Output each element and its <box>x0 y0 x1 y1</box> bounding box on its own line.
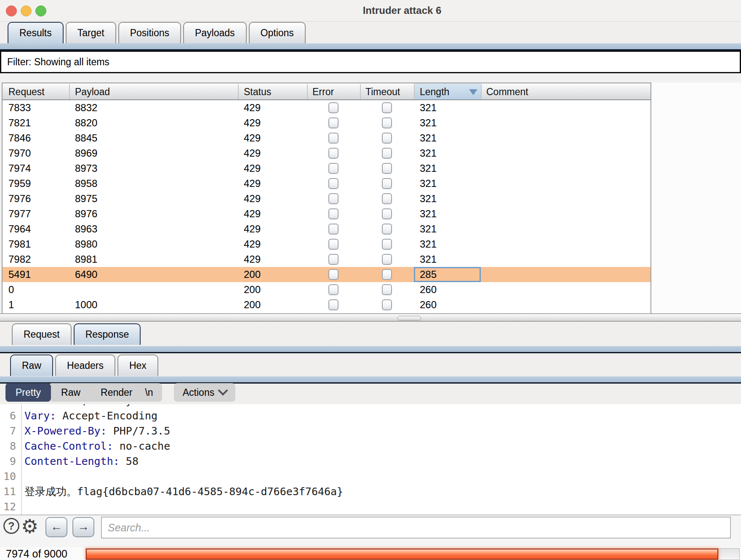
cell-length[interactable]: 321 <box>420 221 437 237</box>
error-checkbox[interactable] <box>328 163 339 174</box>
timeout-checkbox[interactable] <box>382 239 392 250</box>
timeout-checkbox[interactable] <box>382 284 392 295</box>
tab-options[interactable]: Options <box>249 22 306 43</box>
error-checkbox[interactable] <box>328 133 339 144</box>
cell-status[interactable]: 429 <box>244 115 261 131</box>
error-checkbox[interactable] <box>328 117 339 128</box>
timeout-checkbox[interactable] <box>382 178 392 189</box>
filter-bar[interactable]: Filter: Showing all items <box>0 51 741 73</box>
error-checkbox[interactable] <box>328 254 339 265</box>
cell-payload[interactable]: 8958 <box>75 176 97 191</box>
cell-status[interactable]: 429 <box>244 146 261 161</box>
cell-status[interactable]: 429 <box>244 176 261 191</box>
column-header-status[interactable]: Status <box>244 83 271 100</box>
error-checkbox[interactable] <box>328 178 339 189</box>
cell-status[interactable]: 429 <box>244 206 261 221</box>
table-row[interactable]: 78468845429321 <box>3 131 650 146</box>
cell-length[interactable]: 321 <box>420 191 437 206</box>
cell-status[interactable]: 429 <box>244 161 261 176</box>
cell-payload[interactable]: 6490 <box>75 267 97 282</box>
cell-length[interactable]: 260 <box>420 297 437 312</box>
cell-request[interactable]: 7821 <box>8 115 31 131</box>
cell-status[interactable]: 200 <box>244 282 261 297</box>
gear-icon[interactable]: ⚙ <box>21 515 38 538</box>
cell-request[interactable]: 7976 <box>8 191 31 206</box>
cell-length[interactable]: 321 <box>420 206 437 221</box>
error-checkbox[interactable] <box>328 224 339 235</box>
cell-payload[interactable]: 1000 <box>75 297 97 312</box>
table-row[interactable]: 79828981429321 <box>3 252 650 267</box>
timeout-checkbox[interactable] <box>382 208 392 219</box>
timeout-checkbox[interactable] <box>382 254 392 265</box>
cell-length[interactable]: 321 <box>420 176 437 191</box>
column-header-request[interactable]: Request <box>8 83 45 100</box>
cell-status[interactable]: 200 <box>244 267 261 282</box>
render-button[interactable]: Render <box>91 383 142 402</box>
tab-headers[interactable]: Headers <box>55 355 115 376</box>
pane-splitter[interactable] <box>0 313 741 322</box>
column-header-length[interactable]: Length <box>420 83 449 100</box>
error-checkbox[interactable] <box>328 299 339 310</box>
table-row[interactable]: 0200260 <box>3 282 650 297</box>
cell-request[interactable]: 5491 <box>8 267 31 282</box>
timeout-checkbox[interactable] <box>382 224 392 235</box>
timeout-checkbox[interactable] <box>382 193 392 204</box>
column-header-error[interactable]: Error <box>312 83 334 100</box>
cell-status[interactable]: 429 <box>244 221 261 237</box>
column-header-timeout[interactable]: Timeout <box>365 83 400 100</box>
timeout-checkbox[interactable] <box>382 102 392 113</box>
cell-request[interactable]: 0 <box>8 282 14 297</box>
cell-length[interactable]: 321 <box>420 237 437 252</box>
actions-button[interactable]: Actions <box>174 383 235 402</box>
table-row[interactable]: 79778976429321 <box>3 206 650 221</box>
table-row[interactable]: 79648963429321 <box>3 221 650 237</box>
table-row[interactable]: 78338832429321 <box>3 100 650 115</box>
cell-status[interactable]: 429 <box>244 237 261 252</box>
cell-request[interactable]: 7959 <box>8 176 31 191</box>
tab-target[interactable]: Target <box>66 22 116 43</box>
error-checkbox[interactable] <box>328 148 339 159</box>
tab-raw[interactable]: Raw <box>10 355 53 376</box>
forward-button[interactable]: → <box>72 517 94 537</box>
cell-status[interactable]: 429 <box>244 191 261 206</box>
cell-payload[interactable]: 8976 <box>75 206 97 221</box>
table-row[interactable]: 54916490200285 <box>3 267 650 282</box>
cell-request[interactable]: 7964 <box>8 221 31 237</box>
cell-payload[interactable]: 8969 <box>75 146 97 161</box>
cell-payload[interactable]: 8963 <box>75 221 97 237</box>
table-row[interactable]: 79708969429321 <box>3 146 650 161</box>
cell-payload[interactable]: 8973 <box>75 161 97 176</box>
cell-length[interactable]: 321 <box>420 100 437 115</box>
tab-hex[interactable]: Hex <box>117 355 158 376</box>
table-row[interactable]: 79748973429321 <box>3 161 650 176</box>
cell-payload[interactable]: 8975 <box>75 191 97 206</box>
cell-payload[interactable]: 8845 <box>75 131 97 146</box>
table-row[interactable]: 78218820429321 <box>3 115 650 131</box>
cell-length[interactable]: 285 <box>420 267 437 282</box>
timeout-checkbox[interactable] <box>382 269 392 280</box>
cell-length[interactable]: 321 <box>420 131 437 146</box>
table-row[interactable]: 11000200260 <box>3 297 650 312</box>
tab-request[interactable]: Request <box>12 323 72 345</box>
cell-payload[interactable]: 8980 <box>75 237 97 252</box>
cell-status[interactable]: 200 <box>244 297 261 312</box>
error-checkbox[interactable] <box>328 102 339 113</box>
error-checkbox[interactable] <box>328 208 339 219</box>
cell-status[interactable]: 429 <box>244 252 261 267</box>
cell-request[interactable]: 7982 <box>8 252 31 267</box>
table-row[interactable]: 79768975429321 <box>3 191 650 206</box>
error-checkbox[interactable] <box>328 284 339 295</box>
tab-payloads[interactable]: Payloads <box>183 22 247 43</box>
cell-request[interactable]: 7846 <box>8 131 31 146</box>
cell-length[interactable]: 321 <box>420 252 437 267</box>
back-button[interactable]: ← <box>45 517 67 537</box>
timeout-checkbox[interactable] <box>382 163 392 174</box>
search-input[interactable] <box>101 517 731 539</box>
table-row[interactable]: 79598958429321 <box>3 176 650 191</box>
cell-payload[interactable]: 8981 <box>75 252 97 267</box>
cell-length[interactable]: 321 <box>420 146 437 161</box>
cell-length[interactable]: 321 <box>420 115 437 131</box>
tab-response[interactable]: Response <box>74 323 141 345</box>
tab-positions[interactable]: Positions <box>118 22 181 43</box>
error-checkbox[interactable] <box>328 193 339 204</box>
